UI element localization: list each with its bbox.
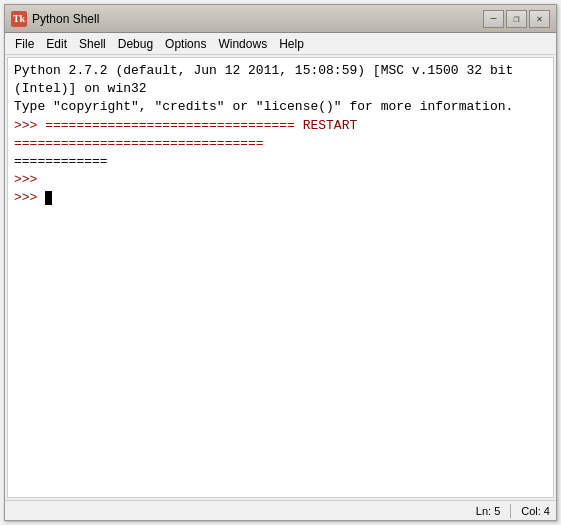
window-title: Python Shell [32, 12, 99, 26]
app-icon-label: Tk [13, 13, 25, 24]
status-col: Col: 4 [521, 505, 550, 517]
menu-file[interactable]: File [9, 35, 40, 53]
menu-options[interactable]: Options [159, 35, 212, 53]
status-divider [510, 504, 511, 518]
menu-debug[interactable]: Debug [112, 35, 159, 53]
cursor [45, 191, 52, 205]
menu-edit[interactable]: Edit [40, 35, 73, 53]
minimize-button[interactable]: — [483, 10, 504, 28]
shell-line-empty-prompt: >>> [14, 171, 547, 189]
app-icon: Tk [11, 11, 27, 27]
title-bar-left: Tk Python Shell [11, 11, 99, 27]
menu-help[interactable]: Help [273, 35, 310, 53]
shell-area[interactable]: Python 2.7.2 (default, Jun 12 2011, 15:0… [7, 57, 554, 498]
shell-line-separator: ============ [14, 153, 547, 171]
window: Tk Python Shell — ❐ ✕ File Edit Shell De… [4, 4, 557, 521]
menubar: File Edit Shell Debug Options Windows He… [5, 33, 556, 55]
shell-line-3: Type "copyright", "credits" or "license(… [14, 98, 547, 116]
shell-content[interactable]: Python 2.7.2 (default, Jun 12 2011, 15:0… [8, 58, 553, 497]
shell-line-restart: >>> ================================ RES… [14, 117, 547, 153]
close-button[interactable]: ✕ [529, 10, 550, 28]
restore-button[interactable]: ❐ [506, 10, 527, 28]
title-bar-controls: — ❐ ✕ [483, 10, 550, 28]
menu-shell[interactable]: Shell [73, 35, 112, 53]
shell-line-2: (Intel)] on win32 [14, 80, 547, 98]
statusbar: Ln: 5 Col: 4 [5, 500, 556, 520]
menu-windows[interactable]: Windows [212, 35, 273, 53]
status-ln: Ln: 5 [476, 505, 500, 517]
shell-line-1: Python 2.7.2 (default, Jun 12 2011, 15:0… [14, 62, 547, 80]
title-bar: Tk Python Shell — ❐ ✕ [5, 5, 556, 33]
shell-line-active-prompt: >>> [14, 189, 547, 207]
